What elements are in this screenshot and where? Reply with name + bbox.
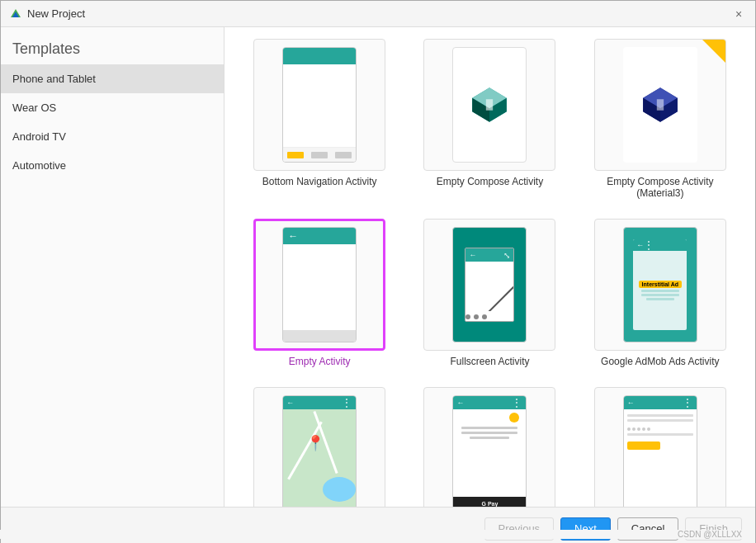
login-phone: ← ⋮	[623, 395, 697, 507]
circle-dot-3	[482, 314, 487, 319]
template-preview-empty-activity: ←	[253, 219, 385, 351]
title-bar-left: New Project	[9, 7, 85, 21]
bn-item-1	[287, 152, 304, 158]
login-line-3	[627, 433, 693, 436]
circle-dot-2	[474, 314, 479, 319]
sidebar-item-wear-os[interactable]: Wear OS	[1, 93, 224, 122]
gpay-top-bar: ← ⋮	[453, 396, 526, 409]
template-card-empty-compose-m3[interactable]: Empty Compose Activity (Material3)	[582, 35, 739, 202]
sidebar-item-label-automotive: Automotive	[12, 159, 66, 172]
ad-line-2	[641, 294, 679, 296]
template-label-empty-compose: Empty Compose Activity	[437, 176, 543, 187]
gpay-phone: ← ⋮ G Pay	[452, 395, 527, 507]
template-preview-bottom-nav	[253, 39, 385, 171]
new-project-window: New Project × Templates Phone and Tablet…	[0, 0, 756, 543]
close-button[interactable]: ×	[730, 6, 747, 22]
sidebar-item-label-android-tv: Android TV	[12, 130, 66, 143]
maps-back-icon: ←	[286, 399, 294, 407]
admob-top-bar: ← ⋮	[633, 239, 687, 251]
login-content	[624, 409, 697, 507]
compose-cube-m3-icon	[640, 84, 681, 125]
content-area: Templates Phone and Tablet Wear OS Andro…	[1, 27, 755, 507]
template-preview-empty-compose	[423, 39, 555, 171]
login-menu-icon: ⋮	[683, 397, 693, 408]
gpay-content	[453, 409, 526, 497]
admob-content: Interstitial Ad	[633, 251, 687, 330]
template-card-empty-activity[interactable]: ← Empty Activity	[241, 215, 398, 371]
gpay-line-1	[461, 427, 517, 429]
maps-top-bar: ← ⋮	[283, 396, 356, 409]
template-card-google-maps[interactable]: ← ⋮ 📍 Google Maps Activity	[241, 384, 398, 507]
fullscreen-back-icon: ←	[469, 251, 476, 259]
template-label-google-admob: Google AdMob Ads Activity	[601, 356, 719, 367]
template-label-fullscreen: Fullscreen Activity	[450, 356, 529, 367]
bottom-nav-content	[283, 64, 356, 147]
login-top-bar: ← ⋮	[624, 396, 697, 409]
login-button-preview	[627, 441, 660, 450]
back-arrow-icon: ←	[288, 230, 298, 242]
template-card-empty-compose[interactable]: Empty Compose Activity	[411, 35, 568, 202]
template-preview-empty-compose-m3	[594, 39, 726, 171]
diagonal-decoration	[465, 281, 513, 311]
gpay-line-3	[470, 437, 509, 439]
fullscreen-content	[465, 262, 513, 311]
template-preview-google-admob: ← ⋮ Interstitial Ad	[594, 219, 726, 351]
sidebar-item-phone-tablet[interactable]: Phone and Tablet	[1, 64, 224, 93]
sidebar-item-label-phone-tablet: Phone and Tablet	[12, 73, 96, 85]
circle-dot-1	[465, 314, 470, 319]
gpay-circle	[509, 413, 519, 423]
map-water	[323, 477, 356, 502]
sidebar-item-android-tv[interactable]: Android TV	[1, 122, 224, 151]
template-card-google-admob[interactable]: ← ⋮ Interstitial Ad	[582, 215, 739, 371]
ad-line-1	[641, 290, 679, 292]
s-dot-3	[637, 427, 640, 431]
svg-marker-11	[657, 99, 664, 110]
compose-cube-icon	[469, 84, 510, 125]
sidebar-item-automotive[interactable]: Automotive	[1, 151, 224, 180]
template-preview-fullscreen: ← ⤡	[423, 219, 555, 351]
corner-decoration	[702, 40, 725, 63]
maps-content: 📍	[283, 409, 356, 507]
bn-item-3	[335, 152, 352, 158]
compose-preview-m3	[623, 47, 697, 163]
empty-top-bar: ←	[283, 228, 356, 244]
fullscreen-inner: ← ⤡	[465, 248, 514, 322]
gpay-bar: G Pay	[453, 497, 526, 507]
svg-marker-6	[486, 99, 493, 110]
fullscreen-top-bar: ← ⤡	[465, 248, 513, 262]
empty-content-area	[283, 244, 356, 330]
empty-activity-phone: ←	[282, 227, 357, 342]
sidebar: Templates Phone and Tablet Wear OS Andro…	[1, 27, 224, 507]
ad-line-3	[646, 298, 674, 300]
empty-footer-bar	[283, 330, 356, 342]
template-preview-google-pay: ← ⋮ G Pay	[423, 387, 555, 507]
template-preview-google-maps: ← ⋮ 📍	[253, 387, 385, 507]
maps-menu-icon: ⋮	[342, 397, 352, 408]
template-card-google-pay[interactable]: ← ⋮ G Pay	[411, 384, 568, 507]
app-icon	[9, 7, 22, 21]
watermark: CSDN @XLLLXX	[0, 530, 749, 539]
template-card-login[interactable]: ← ⋮	[582, 384, 739, 507]
template-label-empty-activity: Empty Activity	[289, 356, 351, 367]
expand-icon: ⤡	[503, 251, 510, 260]
login-dots	[627, 427, 693, 431]
gpay-line-2	[461, 432, 517, 434]
template-preview-login: ← ⋮	[594, 387, 726, 507]
login-line-2	[627, 419, 693, 422]
bn-item-2	[311, 152, 328, 158]
template-card-fullscreen[interactable]: ← ⤡	[411, 215, 568, 371]
admob-phone: ← ⋮ Interstitial Ad	[623, 227, 697, 342]
fullscreen-phone: ← ⤡	[452, 227, 527, 342]
sidebar-item-label-wear-os: Wear OS	[12, 102, 56, 114]
map-pin-icon: 📍	[306, 434, 324, 452]
title-bar: New Project ×	[1, 1, 755, 27]
main-area: Bottom Navigation Activity	[224, 27, 755, 507]
template-card-bottom-nav[interactable]: Bottom Navigation Activity	[241, 35, 398, 202]
maps-phone: ← ⋮ 📍	[282, 395, 357, 507]
admob-inner: ← ⋮ Interstitial Ad	[633, 239, 687, 330]
template-label-bottom-nav: Bottom Navigation Activity	[262, 176, 377, 187]
bottom-nav-bar	[283, 147, 356, 162]
window-title: New Project	[27, 7, 85, 20]
bottom-nav-top-bar	[283, 48, 356, 64]
s-dot-5	[647, 427, 650, 431]
